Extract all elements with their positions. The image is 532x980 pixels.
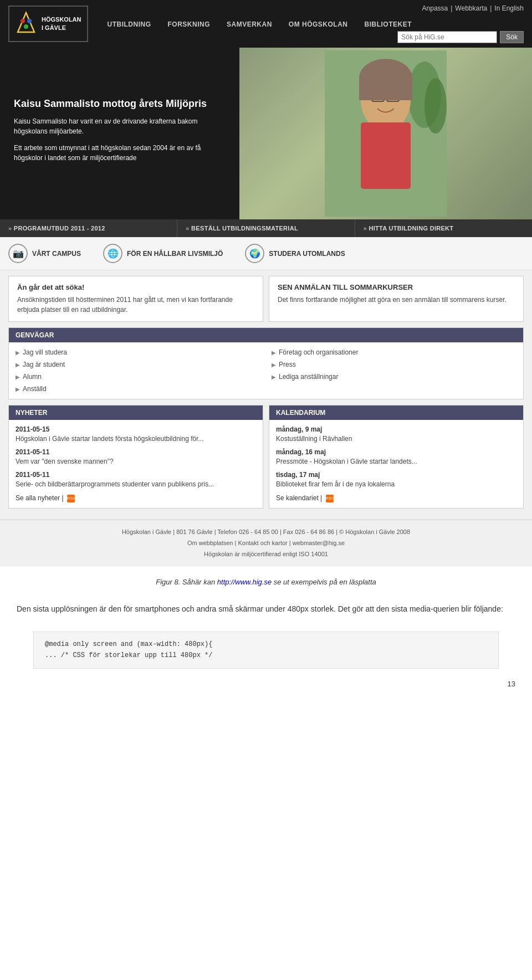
search-button[interactable]: Sök (500, 31, 524, 43)
arrow-icon: ▶ (16, 374, 20, 380)
news-calendar: NYHETER 2011-05-15 Högskolan i Gävle sta… (8, 405, 524, 509)
svg-point-7 (424, 78, 447, 134)
news-date-1: 2011-05-15 (16, 425, 256, 433)
search-input[interactable] (397, 31, 497, 43)
shortcut-press[interactable]: ▶ Press (272, 359, 516, 370)
camera-icon: 📷 (8, 244, 28, 263)
info-boxes: Än går det att söka! Ansökningstiden til… (8, 276, 524, 322)
info-box-right-title: SEN ANMÄLAN TILL SOMMARKURSER (278, 283, 515, 291)
icon-item-campus[interactable]: 📷 VÅRT CAMPUS (8, 244, 81, 263)
info-box-right: SEN ANMÄLAN TILL SOMMARKURSER Det finns … (269, 276, 524, 322)
shortcut-foretag[interactable]: ▶ Företag och organisationer (272, 347, 516, 358)
logo-box: HÖGSKOLAN I GÄVLE (8, 6, 88, 42)
icon-label-studera: STUDERA UTOMLANDS (269, 250, 345, 258)
shortcut-label: Jag är student (23, 361, 65, 368)
svg-rect-9 (361, 122, 411, 189)
hero-section: Kaisu Sammalisto mottog årets Miljöpris … (0, 48, 532, 219)
arrow-icon: ▶ (16, 386, 20, 392)
icon-row: 📷 VÅRT CAMPUS 🌐 FÖR EN HÅLLBAR LIVSMILJÖ… (0, 237, 532, 270)
figure-caption-end: se ut exempelvis på en läsplatta (272, 578, 376, 586)
main-nav: UTBILDNING FORSKNING SAMVERKAN OM HÖGSKO… (108, 18, 524, 28)
shortcut-label: Anställd (23, 385, 47, 393)
arrow-icon: ▶ (272, 362, 276, 368)
shortcut-label: Jag vill studera (23, 348, 67, 356)
figure-caption: Figur 8. Såhär kan http://www.hig.se se … (0, 567, 532, 597)
cal-day-1: måndag, 9 maj (276, 425, 516, 433)
nav-forskning[interactable]: FORSKNING (168, 20, 211, 28)
hero-person-image (325, 50, 447, 217)
site-footer: Högskolan i Gävle | 801 76 Gävle | Telef… (0, 520, 532, 566)
calendar-body: måndag, 9 maj Kostuställning i Rävhallen… (269, 420, 523, 508)
earth-icon: 🌍 (245, 244, 264, 263)
shortcut-lediga[interactable]: ▶ Lediga anställningar (272, 371, 516, 382)
hero-image-inner (239, 48, 532, 219)
shortcut-anstalld[interactable]: ▶ Anställd (16, 383, 260, 394)
nav-area: Anpassa | Webbkarta | In English UTBILDN… (96, 0, 533, 48)
logo-text: HÖGSKOLAN I GÄVLE (42, 16, 81, 33)
shortcuts-body: ▶ Jag vill studera ▶ Företag och organis… (9, 342, 523, 399)
footer-webmaster[interactable]: webmaster@hig.se (293, 540, 345, 546)
code-line1: @media only screen and (max-width: 480px… (45, 639, 487, 650)
cal-text-1: Kostuställning i Rävhallen (276, 434, 516, 444)
search-bar: Sök (108, 31, 524, 43)
footer-kontakt[interactable]: Kontakt och kartor (238, 540, 287, 546)
cal-text-2: Pressmöte - Högskolan i Gävle startar la… (276, 457, 516, 466)
hero-paragraph2: Ett arbete som utmynnat i att högskolan … (14, 143, 226, 163)
news-date-3: 2011-05-11 (16, 471, 256, 479)
see-all-calendar[interactable]: Se kalendariet | RSS (276, 494, 516, 502)
hero-title: Kaisu Sammalisto mottog årets Miljöpris (14, 98, 226, 110)
bottom-nav-bestall[interactable]: BESTÄLL UTBILDNINGSMATERIAL (177, 219, 355, 237)
in-english-link[interactable]: In English (494, 4, 524, 12)
news-date-2: 2011-05-11 (16, 448, 256, 456)
webbkarta-link[interactable]: Webbkarta (455, 4, 487, 12)
shortcut-label: Lediga anställningar (279, 373, 338, 381)
header: HÖGSKOLAN I GÄVLE Anpassa | Webbkarta | … (0, 0, 532, 48)
bottom-nav: PROGRAMUTBUD 2011 - 2012 BESTÄLL UTBILDN… (0, 219, 532, 237)
cal-day-2: måndag, 16 maj (276, 448, 516, 456)
bottom-nav-programutbud[interactable]: PROGRAMUTBUD 2011 - 2012 (0, 219, 177, 237)
shortcut-label: Företag och organisationer (279, 348, 358, 356)
icon-label-campus: VÅRT CAMPUS (32, 250, 81, 258)
nav-samverkan[interactable]: SAMVERKAN (227, 20, 272, 28)
logo-icon (15, 10, 37, 38)
page-number: 13 (0, 674, 532, 694)
info-box-left: Än går det att söka! Ansökningstiden til… (8, 276, 263, 322)
hero-text: Kaisu Sammalisto mottog årets Miljöpris … (0, 48, 239, 219)
news-text-2: Vem var "den svenske mannen"? (16, 457, 256, 466)
shortcut-studera[interactable]: ▶ Jag vill studera (16, 347, 260, 358)
shortcuts-section: GENVÄGAR ▶ Jag vill studera ▶ Företag oc… (8, 327, 524, 399)
hero-paragraph1: Kaisu Sammalisto har varit en av de driv… (14, 116, 226, 136)
calendar-box: KALENDARIUM måndag, 9 maj Kostuställning… (269, 405, 524, 509)
nav-utbildning[interactable]: UTBILDNING (108, 20, 151, 28)
svg-point-4 (24, 24, 28, 29)
arrow-icon: ▶ (16, 350, 20, 356)
nav-om-hogskolan[interactable]: OM HÖGSKOLAN (289, 20, 348, 28)
news-body: 2011-05-15 Högskolan i Gävle startar lan… (9, 420, 263, 508)
figure-link[interactable]: http://www.hig.se (217, 578, 272, 586)
footer-line1: Högskolan i Gävle | 801 76 Gävle | Telef… (8, 527, 524, 538)
shortcuts-header: GENVÄGAR (9, 328, 523, 342)
arrow-icon: ▶ (272, 350, 276, 356)
news-box: NYHETER 2011-05-15 Högskolan i Gävle sta… (8, 405, 263, 509)
svg-point-3 (27, 19, 32, 23)
arrow-icon: ▶ (272, 374, 276, 380)
body-paragraph: Den sista upplösningen är den för smartp… (17, 603, 515, 615)
icon-item-studera[interactable]: 🌍 STUDERA UTOMLANDS (245, 244, 345, 263)
bottom-nav-hitta[interactable]: HITTA UTBILDNING DIREKT (355, 219, 532, 237)
shortcut-student[interactable]: ▶ Jag är student (16, 359, 260, 370)
anpassa-link[interactable]: Anpassa (422, 4, 448, 12)
shortcut-alumn[interactable]: ▶ Alumn (16, 371, 260, 382)
code-line2: ... /* CSS för storlekar upp till 480px … (45, 650, 487, 661)
body-text: Den sista upplösningen är den för smartp… (0, 597, 532, 626)
footer-line3: Högskolan är miljöcertifierad enligt ISO… (8, 549, 524, 560)
footer-om-webbplatsen[interactable]: Om webbplatsen (187, 540, 233, 546)
icon-item-hallbar[interactable]: 🌐 FÖR EN HÅLLBAR LIVSMILJÖ (103, 244, 223, 263)
figure-caption-text: Figur 8. Såhär kan (156, 578, 217, 586)
content-area: Än går det att söka! Ansökningstiden til… (0, 270, 532, 520)
info-box-left-title: Än går det att söka! (17, 283, 254, 291)
nav-biblioteket[interactable]: BIBLIOTEKET (365, 20, 412, 28)
see-all-news[interactable]: Se alla nyheter | RSS (16, 494, 256, 502)
hero-image (239, 48, 532, 219)
news-header: NYHETER (9, 406, 263, 420)
rss-icon: RSS (67, 495, 75, 502)
